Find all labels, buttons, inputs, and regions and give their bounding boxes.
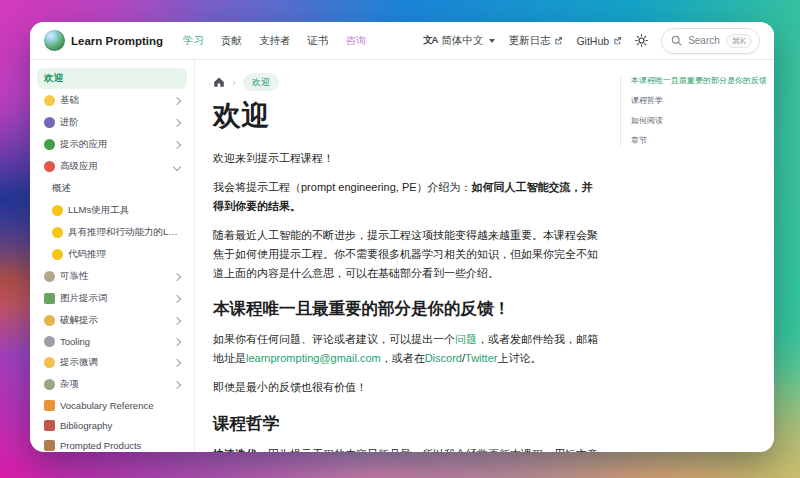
app-window: Learn Prompting 学习贡献支持者证书咨询 文A 简体中文 更新日志… [30, 22, 774, 452]
text: 上讨论。 [497, 352, 541, 364]
home-icon[interactable] [213, 76, 225, 88]
sidebar-item-reliability[interactable]: 可靠性 [37, 266, 187, 287]
nav-link-learn[interactable]: 学习 [183, 34, 204, 48]
nav-link-contribute[interactable]: 贡献 [221, 34, 242, 48]
text: 如果你有任何问题、评论或者建议，可以提出一个 [213, 333, 455, 345]
sidebar-item-label: Prompted Products [60, 440, 180, 451]
balance-scale-icon [44, 271, 55, 282]
translate-icon: 文A [423, 34, 437, 47]
text: 即使是最小的反馈也很有价值！ [213, 381, 367, 393]
locale-dropdown[interactable]: 文A 简体中文 [423, 34, 495, 48]
sidebar-item-miscellaneous[interactable]: 杂项 [37, 374, 187, 395]
text: ，或者在 [381, 352, 425, 364]
sidebar-item-bibliography[interactable]: Bibliography [37, 416, 187, 435]
paragraph: 我会将提示工程（prompt engineering, PE）介绍为：如何同人工… [213, 178, 602, 216]
toc-item-2[interactable]: 如何阅读 [631, 115, 766, 126]
chevron-right-icon [173, 96, 181, 104]
sidebar-item-prompt-hacking[interactable]: 破解提示 [37, 310, 187, 331]
nav-link-consulting[interactable]: 咨询 [346, 34, 367, 48]
chevron-right-icon [173, 272, 181, 280]
sidebar-item-label: 欢迎 [44, 72, 180, 85]
search-input[interactable]: Search ⌘K [661, 28, 760, 54]
navbar: Learn Prompting 学习贡献支持者证书咨询 文A 简体中文 更新日志… [30, 22, 774, 60]
article-column: › 欢迎 欢迎 欢迎来到提示工程课程！我会将提示工程（prompt engine… [195, 60, 620, 452]
nav-link-certificate[interactable]: 证书 [308, 34, 329, 48]
sidebar-item-overview[interactable]: 概述 [45, 178, 187, 199]
toc-list: 本课程唯一且最重要的部分是你的反馈！课程哲学如何阅读章节 [620, 75, 766, 146]
books-icon [44, 420, 55, 431]
theme-toggle[interactable] [635, 34, 648, 47]
sidebar-item-label: 可靠性 [60, 270, 165, 283]
flexed-biceps-icon [44, 357, 55, 368]
brand-title: Learn Prompting [71, 35, 163, 47]
brand[interactable]: Learn Prompting [44, 30, 163, 51]
sidebar-item-label: Bibliography [60, 420, 180, 431]
toc-item-0[interactable]: 本课程唯一且最重要的部分是你的反馈！ [631, 75, 766, 86]
sidebar-item-intermediate[interactable]: 进阶 [37, 112, 187, 133]
sidebar-item-label: 代码推理 [68, 248, 180, 261]
search-placeholder: Search [688, 35, 720, 46]
locale-label: 简体中文 [441, 34, 483, 48]
search-icon [671, 35, 682, 46]
smiley-icon [44, 95, 55, 106]
sidebar-item-welcome[interactable]: 欢迎 [37, 68, 187, 89]
paragraph: 快速迭代：因为提示工程的内容日新月异，所以我会经常更新本课程，用短文章来介绍新技… [213, 445, 602, 452]
toc-item-1[interactable]: 课程哲学 [631, 95, 766, 106]
sidebar-menu: 欢迎基础进阶提示的应用高级应用概述LLMs使用工具具有推理和行动能力的LLMs代… [30, 60, 195, 452]
changelog-link[interactable]: 更新日志 [508, 34, 563, 48]
sidebar-item-label: Tooling [60, 336, 165, 347]
sidebar-item-label: 图片提示词 [60, 292, 165, 305]
sidebar-item-vocabulary-reference[interactable]: Vocabulary Reference [37, 396, 187, 415]
sidebar-item-code-reasoning[interactable]: 代码推理 [45, 244, 187, 265]
chevron-down-icon [173, 162, 181, 170]
yellow-circle-icon [52, 205, 63, 216]
learn-prompting-logo-icon [44, 30, 65, 51]
nav-link-supporters[interactable]: 支持者 [259, 34, 291, 48]
page-title: 欢迎 [213, 97, 602, 135]
chevron-right-icon [173, 140, 181, 148]
sidebar-item-label: 杂项 [60, 378, 165, 391]
article-body: 欢迎来到提示工程课程！我会将提示工程（prompt engineering, P… [213, 149, 602, 452]
text: ：因为提示工程的内容日新月异，所以我会经常更新本课程，用短文章来介绍新技术，让我… [213, 448, 598, 452]
sidebar-item-label: LLMs使用工具 [68, 204, 180, 217]
paragraph: 即使是最小的反馈也很有价值！ [213, 378, 602, 397]
sidebar-item-llms-using-tools[interactable]: LLMs使用工具 [45, 200, 187, 221]
paragraph: 随着最近人工智能的不断进步，提示工程这项技能变得越来越重要。本课程会聚焦于如何使… [213, 226, 602, 283]
text: 欢迎来到提示工程课程！ [213, 152, 334, 164]
sidebar-item-label: 提示的应用 [60, 138, 165, 151]
sidebar-item-label: Vocabulary Reference [60, 400, 180, 411]
sidebar-item-applied-prompting[interactable]: 提示的应用 [37, 134, 187, 155]
sidebar-item-label: 提示微调 [60, 356, 165, 369]
rocket-icon [44, 161, 55, 172]
sidebar-item-llms-reason-act[interactable]: 具有推理和行动能力的LLMs [45, 222, 187, 243]
sidebar-item-label: 基础 [60, 94, 165, 107]
changelog-label: 更新日志 [508, 34, 550, 48]
search-shortcut-badge: ⌘K [726, 34, 752, 48]
sidebar-item-label: 高级应用 [60, 160, 165, 173]
chevron-right-icon [173, 358, 181, 366]
inline-link[interactable]: Discord [425, 352, 462, 364]
sidebar-item-prompt-tuning[interactable]: 提示微调 [37, 352, 187, 373]
sidebar-item-advanced-applications[interactable]: 高级应用 [37, 156, 187, 177]
inline-link[interactable]: Twitter [465, 352, 497, 364]
github-label: GitHub [576, 35, 609, 47]
text: 随着最近人工智能的不断进步，提示工程这项技能变得越来越重要。本课程会聚焦于如何使… [213, 229, 598, 279]
external-link-icon [554, 36, 563, 45]
sidebar-item-basics[interactable]: 基础 [37, 90, 187, 111]
section-heading: 课程哲学 [213, 413, 602, 435]
sidebar-item-image-prompting[interactable]: 图片提示词 [37, 288, 187, 309]
sidebar-item-label: 具有推理和行动能力的LLMs [68, 226, 180, 239]
toc-item-3[interactable]: 章节 [631, 135, 766, 146]
inline-link[interactable]: 问题 [455, 333, 477, 345]
chevron-right-icon [173, 118, 181, 126]
breadcrumb-current: 欢迎 [243, 73, 279, 91]
page-body: 欢迎基础进阶提示的应用高级应用概述LLMs使用工具具有推理和行动能力的LLMs代… [30, 60, 774, 452]
unlocked-padlock-icon [44, 315, 55, 326]
chevron-right-icon [173, 337, 181, 345]
framed-picture-icon [44, 293, 55, 304]
inline-link[interactable]: learnprompting@gmail.com [246, 352, 381, 364]
sidebar-item-tooling[interactable]: Tooling [37, 332, 187, 351]
sidebar-item-prompted-products[interactable]: Prompted Products [37, 436, 187, 452]
github-link[interactable]: GitHub [576, 35, 622, 47]
chevron-right-icon [173, 316, 181, 324]
